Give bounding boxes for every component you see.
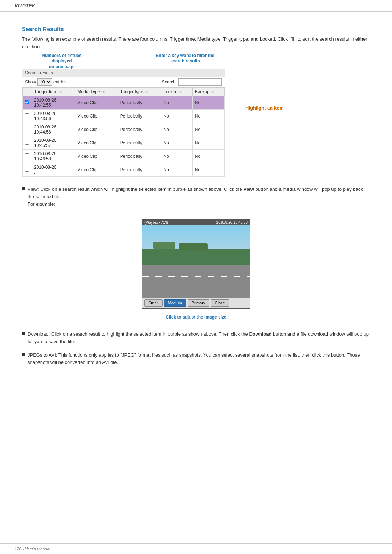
bullet-text-view: View: Click on a search result which wil… xyxy=(28,186,370,208)
locked-cell: No xyxy=(161,109,192,123)
right-annotation: Highlight an item xyxy=(231,98,283,111)
sort-media-type-icon[interactable]: ⇅ xyxy=(102,90,105,94)
show-label: Show xyxy=(25,79,36,85)
row-checkbox[interactable] xyxy=(25,100,29,104)
annotation-search: Enter a key word to filter thesearch res… xyxy=(152,53,218,64)
table-row[interactable]: 2010-08-26 10:42:55Video ClipPeriodicall… xyxy=(23,96,225,109)
bullet-text-download: Download: Click on a search result to hi… xyxy=(28,331,370,346)
col-media-type[interactable]: Media Type ⇅ xyxy=(75,87,118,96)
annotation-search-line xyxy=(316,50,316,54)
playback-title: (Playback AVI) xyxy=(144,221,168,225)
row-checkbox[interactable] xyxy=(25,140,29,145)
btn-close[interactable]: Close xyxy=(211,299,229,307)
entries-select[interactable]: 10 25 50 xyxy=(37,78,52,86)
backup-cell: No xyxy=(192,163,224,176)
trigger-time-cell: 2010-08-26 10:42:55 xyxy=(32,96,75,109)
search-results-table-area: Search results Show 10 25 50 entries Sea… xyxy=(22,69,225,177)
annotation-arrow-line xyxy=(231,104,245,104)
playback-video xyxy=(142,225,250,298)
trigger-type-cell: Periodically xyxy=(118,96,161,109)
trigger-type-cell: Periodically xyxy=(118,136,161,149)
bullet-jpegs: JPEGs to AVI: This functions only applie… xyxy=(22,352,370,367)
bullet-icon-jpegs xyxy=(22,353,25,356)
results-table: Trigger time ⇅ Media Type ⇅ Trigger type… xyxy=(22,87,225,177)
sort-locked-icon[interactable]: ⇅ xyxy=(179,90,182,94)
table-title-bar: Search results xyxy=(22,69,225,77)
bullet-icon-download xyxy=(22,332,25,335)
media-type-cell: Video Clip xyxy=(75,123,118,136)
locked-cell: No xyxy=(161,96,192,109)
bullet-text-jpegs: JPEGs to AVI: This functions only applie… xyxy=(28,352,370,367)
playback-section: (Playback AVI) 2010/8/26 10:43:56 Small … xyxy=(22,213,370,325)
col-backup[interactable]: Backup ⇅ xyxy=(192,87,224,96)
table-row[interactable]: 2010-08-26 10:43:56Video ClipPeriodicall… xyxy=(23,109,225,123)
col-trigger-type[interactable]: Trigger type ⇅ xyxy=(118,87,161,96)
locked-cell: No xyxy=(161,163,192,176)
locked-cell: No xyxy=(161,149,192,163)
page-header: VIVOTEK xyxy=(0,0,392,12)
brand-logo: VIVOTEK xyxy=(15,3,35,8)
table-row[interactable]: 2010-08-26 ...Video ClipPeriodicallyNoNo xyxy=(23,163,225,176)
col-locked[interactable]: Locked ⇅ xyxy=(161,87,192,96)
show-entries-bar: Show 10 25 50 entries xyxy=(25,78,66,86)
media-type-cell: Video Clip xyxy=(75,136,118,149)
row-checkbox-cell xyxy=(23,109,32,123)
sort-trigger-type-icon[interactable]: ⇅ xyxy=(145,90,148,94)
row-checkbox-cell xyxy=(23,123,32,136)
media-type-cell: Video Clip xyxy=(75,96,118,109)
sort-backup-icon[interactable]: ⇅ xyxy=(211,90,214,94)
tree1 xyxy=(153,242,175,249)
col-trigger-time[interactable]: Trigger time ⇅ xyxy=(32,87,75,96)
media-type-cell: Video Clip xyxy=(75,163,118,176)
playback-window: (Playback AVI) 2010/8/26 10:43:56 Small … xyxy=(142,213,250,325)
trees-bg xyxy=(142,249,250,267)
annotation-numbers: Numbers of entries displayedon one page xyxy=(33,53,91,70)
section-title: Search Results xyxy=(22,26,370,33)
trigger-time-cell: 2010-08-26 ... xyxy=(32,163,75,176)
table-row[interactable]: 2010-08-26 10:44:56Video ClipPeriodicall… xyxy=(23,123,225,136)
highlight-label: Highlight an item xyxy=(245,105,283,111)
row-checkbox-cell xyxy=(23,136,32,149)
media-type-cell: Video Clip xyxy=(75,149,118,163)
row-checkbox[interactable] xyxy=(25,113,29,118)
row-checkbox[interactable] xyxy=(25,167,29,172)
playback-caption: Click to adjust the image size xyxy=(142,315,250,320)
trigger-type-cell: Periodically xyxy=(118,149,161,163)
backup-cell: No xyxy=(192,109,224,123)
btn-primary[interactable]: Primary xyxy=(188,299,209,307)
bullet-view: View: Click on a search result which wil… xyxy=(22,186,370,208)
diagram-wrapper: Numbers of entries displayedon one page … xyxy=(22,69,370,177)
row-checkbox-cell xyxy=(23,163,32,176)
backup-cell: No xyxy=(192,136,224,149)
bullet-download: Download: Click on a search result to hi… xyxy=(22,331,370,346)
btn-small[interactable]: Small xyxy=(144,299,163,307)
backup-cell: No xyxy=(192,96,224,109)
trigger-time-cell: 2010-08-26 10:46:58 xyxy=(32,149,75,163)
sort-trigger-time-icon[interactable]: ⇅ xyxy=(59,90,62,94)
intro-paragraph: The following is an example of search re… xyxy=(22,36,370,51)
page-label: 120 - User's Manual xyxy=(15,547,50,551)
table-header-row: Trigger time ⇅ Media Type ⇅ Trigger type… xyxy=(23,87,225,96)
table-row[interactable]: 2010-08-26 10:45:57Video ClipPeriodicall… xyxy=(23,136,225,149)
tree2 xyxy=(179,243,208,250)
annotation-line xyxy=(73,50,73,54)
row-checkbox[interactable] xyxy=(25,153,29,158)
trigger-time-cell: 2010-08-26 10:43:56 xyxy=(32,109,75,123)
search-input[interactable] xyxy=(178,78,222,86)
sort-icon: ⇅ xyxy=(291,36,295,43)
search-bar: Search: xyxy=(162,78,222,86)
page-footer: 120 - User's Manual xyxy=(0,543,392,554)
table-row[interactable]: 2010-08-26 10:46:58Video ClipPeriodicall… xyxy=(23,149,225,163)
entries-label: entries xyxy=(53,79,66,85)
media-type-cell: Video Clip xyxy=(75,109,118,123)
row-checkbox-cell xyxy=(23,149,32,163)
btn-medium[interactable]: Medium xyxy=(164,299,186,307)
backup-cell: No xyxy=(192,123,224,136)
playback-buttons-row: Small Medium Primary Close xyxy=(142,298,250,308)
col-checkbox xyxy=(23,87,32,96)
road-bg xyxy=(142,265,250,298)
search-label: Search: xyxy=(162,79,177,85)
table-title: Search results xyxy=(25,70,53,75)
trigger-type-cell: Periodically xyxy=(118,123,161,136)
row-checkbox[interactable] xyxy=(25,127,29,131)
